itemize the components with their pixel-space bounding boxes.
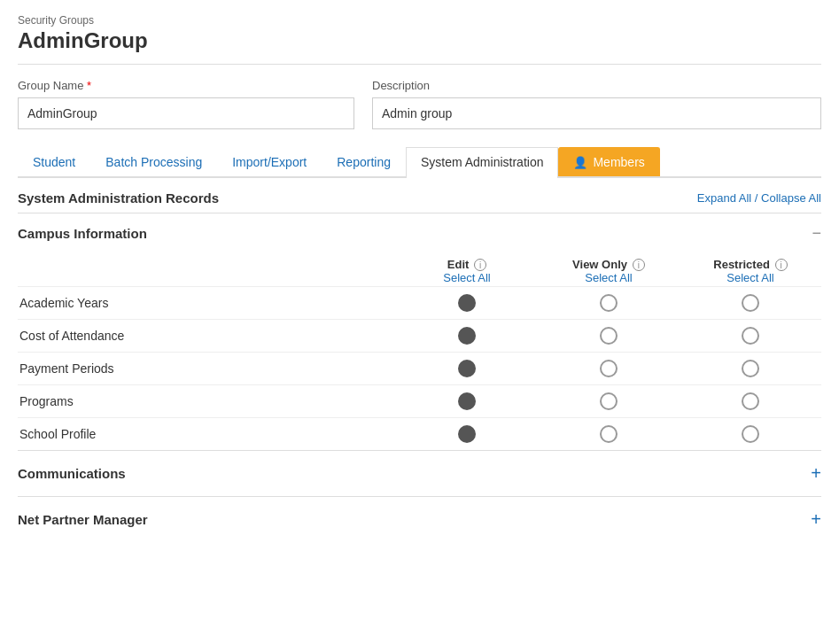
restricted-column-header: Restricted i Select All [680,257,821,284]
radio-filled-icon [458,392,476,410]
net-partner-manager-expand-icon: + [811,509,821,530]
group-name-input[interactable] [18,97,354,129]
radio-empty-icon [742,360,759,377]
school-profile-view-radio[interactable] [538,425,680,443]
edit-select-all[interactable]: Select All [396,271,538,284]
restricted-label: Restricted [713,258,770,271]
title-divider [18,64,821,65]
tab-import-export[interactable]: Import/Export [217,147,322,176]
group-name-field: Group Name * [18,79,354,129]
radio-empty-icon [600,360,618,377]
school-profile-restricted-radio[interactable] [680,425,821,443]
payment-periods-label: Payment Periods [18,361,396,376]
campus-content: Edit i Select All View Only i Select All… [18,253,821,450]
required-indicator: * [83,79,91,92]
campus-collapse-icon: − [812,224,821,243]
radio-filled-icon [458,327,476,345]
campus-section-header[interactable]: Campus Information − [18,213,821,253]
table-row: School Profile [18,417,821,450]
records-title: System Administration Records [18,190,219,206]
radio-empty-icon [742,425,759,443]
tab-reporting[interactable]: Reporting [322,147,406,176]
edit-label: Edit [447,258,470,271]
description-label: Description [372,79,821,92]
cost-of-attendance-label: Cost of Attendance [18,329,396,343]
edit-info-icon[interactable]: i [474,259,486,271]
school-profile-edit-radio[interactable] [396,425,538,443]
academic-years-label: Academic Years [18,296,396,310]
view-only-column-header: View Only i Select All [538,257,680,284]
view-only-label: View Only [572,258,627,271]
net-partner-manager-label: Net Partner Manager [18,512,148,527]
tabs-bar: Student Batch Processing Import/Export R… [18,147,821,178]
tab-batch-processing[interactable]: Batch Processing [90,147,217,176]
tab-student[interactable]: Student [18,147,90,176]
group-name-label: Group Name * [18,79,354,92]
description-field: Description [372,79,821,129]
academic-years-restricted-radio[interactable] [680,294,821,312]
radio-empty-icon [742,294,759,312]
campus-section-title: Campus Information [18,226,147,241]
radio-filled-icon [458,360,476,377]
cost-of-attendance-edit-radio[interactable] [396,327,538,345]
radio-empty-icon [742,392,759,410]
payment-periods-view-radio[interactable] [538,360,680,377]
view-only-info-icon[interactable]: i [633,259,645,271]
radio-filled-icon [458,294,476,312]
programs-edit-radio[interactable] [396,392,538,410]
table-row: Programs [18,384,821,417]
members-icon: 👤 [573,156,587,169]
page-title: AdminGroup [18,28,821,53]
net-partner-manager-section[interactable]: Net Partner Manager + [18,496,821,542]
radio-empty-icon [600,425,618,443]
records-section-header: System Administration Records Expand All… [18,178,821,213]
restricted-select-all[interactable]: Select All [680,271,821,284]
campus-information-section: Campus Information − Edit i Select All V… [18,213,821,450]
academic-years-edit-radio[interactable] [396,294,538,312]
cost-of-attendance-restricted-radio[interactable] [680,327,821,345]
table-row: Cost of Attendance [18,319,821,352]
tab-members[interactable]: 👤 Members [558,147,659,176]
restricted-info-icon[interactable]: i [775,259,788,271]
programs-restricted-radio[interactable] [680,392,821,410]
radio-empty-icon [600,327,618,345]
radio-empty-icon [600,392,618,410]
cost-of-attendance-view-radio[interactable] [538,327,680,345]
radio-empty-icon [600,294,618,312]
communications-section[interactable]: Communications + [18,450,821,496]
tab-system-administration[interactable]: System Administration [406,147,559,178]
form-row: Group Name * Description [18,79,821,129]
column-headers: Edit i Select All View Only i Select All… [18,253,821,286]
payment-periods-edit-radio[interactable] [396,360,538,377]
payment-periods-restricted-radio[interactable] [680,360,821,377]
programs-label: Programs [18,394,396,408]
academic-years-view-radio[interactable] [538,294,680,312]
breadcrumb: Security Groups [18,14,821,27]
expand-collapse-controls: Expand All / Collapse All [697,191,821,205]
view-only-select-all[interactable]: Select All [538,271,680,284]
communications-expand-icon: + [811,463,821,484]
collapse-all-button[interactable]: Collapse All [761,191,821,205]
page-container: Security Groups AdminGroup Group Name * … [0,0,839,556]
row-label-header [18,257,396,284]
school-profile-label: School Profile [18,427,396,441]
table-row: Academic Years [18,286,821,319]
description-input[interactable] [372,97,821,129]
communications-label: Communications [18,466,126,481]
table-row: Payment Periods [18,352,821,384]
edit-column-header: Edit i Select All [396,257,538,284]
radio-filled-icon [458,425,476,443]
programs-view-radio[interactable] [538,392,680,410]
radio-empty-icon [742,327,759,345]
expand-all-button[interactable]: Expand All [697,191,751,205]
